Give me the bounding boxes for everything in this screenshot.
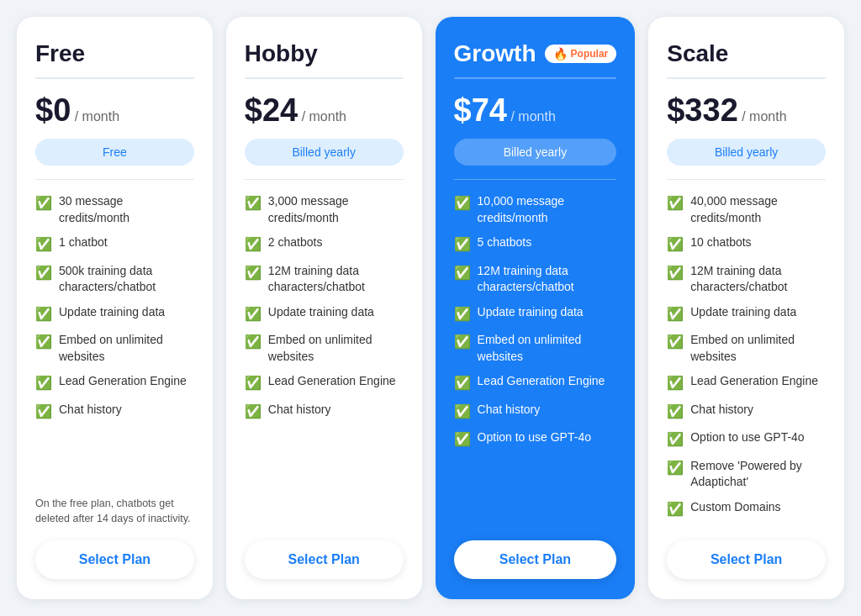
list-item: ✅Update training data xyxy=(454,304,617,324)
check-icon: ✅ xyxy=(245,374,261,392)
divider-mid-scale xyxy=(667,179,826,180)
select-plan-button-scale[interactable]: Select Plan xyxy=(667,540,826,579)
check-icon: ✅ xyxy=(454,333,471,351)
list-item: ✅Embed on unlimited websites xyxy=(245,332,404,365)
feature-text: 40,000 message credits/month xyxy=(690,193,826,226)
list-item: ✅Lead Generation Engine xyxy=(454,373,617,392)
select-plan-button-free[interactable]: Select Plan xyxy=(35,540,194,579)
feature-text: Chat history xyxy=(268,402,331,419)
feature-text: 10,000 message credits/month xyxy=(478,193,617,226)
features-list-free: ✅30 message credits/month✅1 chatbot✅500k… xyxy=(35,193,194,482)
list-item: ✅Lead Generation Engine xyxy=(667,373,826,392)
feature-text: Lead Generation Engine xyxy=(59,373,187,390)
check-icon: ✅ xyxy=(35,305,52,324)
list-item: ✅3,000 message credits/month xyxy=(245,193,404,226)
billing-badge-growth: Billed yearly xyxy=(454,139,617,166)
price-amount-free: $0 xyxy=(35,92,71,128)
pricing-grid: Free$0 / monthFree✅30 message credits/mo… xyxy=(17,17,844,599)
list-item: ✅1 chatbot xyxy=(35,234,194,254)
list-item: ✅Lead Generation Engine xyxy=(35,373,194,392)
feature-text: Update training data xyxy=(690,304,796,321)
price-period-free: / month xyxy=(71,109,119,124)
check-icon: ✅ xyxy=(667,459,684,477)
price-amount-scale: $332 xyxy=(667,92,738,128)
billing-badge-hobby: Billed yearly xyxy=(245,139,404,166)
feature-text: Lead Generation Engine xyxy=(478,373,605,390)
list-item: ✅Embed on unlimited websites xyxy=(35,332,194,365)
feature-text: Embed on unlimited websites xyxy=(59,332,194,365)
plan-name-growth: Growth🔥Popular xyxy=(454,40,617,67)
feature-text: 12M training data characters/chatbot xyxy=(268,263,404,296)
list-item: ✅Update training data xyxy=(667,304,826,324)
plan-card-free: Free$0 / monthFree✅30 message credits/mo… xyxy=(17,17,213,599)
price-period-hobby: / month xyxy=(298,109,346,124)
feature-text: Embed on unlimited websites xyxy=(268,332,404,365)
feature-text: Chat history xyxy=(478,402,541,419)
check-icon: ✅ xyxy=(35,194,52,213)
list-item: ✅Chat history xyxy=(454,402,617,421)
check-icon: ✅ xyxy=(454,305,471,324)
feature-text: 12M training data characters/chatbot xyxy=(478,263,617,296)
feature-text: Update training data xyxy=(59,304,165,321)
features-list-hobby: ✅3,000 message credits/month✅2 chatbots✅… xyxy=(245,193,404,527)
list-item: ✅2 chatbots xyxy=(245,234,404,254)
check-icon: ✅ xyxy=(454,374,471,392)
price-amount-hobby: $24 xyxy=(245,92,298,128)
divider-top-hobby xyxy=(245,77,404,79)
check-icon: ✅ xyxy=(454,194,471,213)
check-icon: ✅ xyxy=(667,264,684,282)
price-row-free: $0 / month xyxy=(35,92,194,129)
list-item: ✅Embed on unlimited websites xyxy=(454,332,617,365)
billing-badge-scale: Billed yearly xyxy=(667,139,826,166)
check-icon: ✅ xyxy=(667,430,684,449)
feature-text: Option to use GPT-4o xyxy=(478,429,591,446)
feature-text: Chat history xyxy=(690,402,753,419)
feature-text: 12M training data characters/chatbot xyxy=(690,263,826,296)
list-item: ✅40,000 message credits/month xyxy=(667,193,826,226)
list-item: ✅12M training data characters/chatbot xyxy=(667,263,826,296)
check-icon: ✅ xyxy=(667,500,684,519)
select-plan-button-hobby[interactable]: Select Plan xyxy=(245,540,404,579)
check-icon: ✅ xyxy=(35,235,52,254)
check-icon: ✅ xyxy=(245,235,261,254)
plan-name-scale: Scale xyxy=(667,40,826,67)
price-row-hobby: $24 / month xyxy=(245,92,404,129)
feature-text: 5 chatbots xyxy=(478,234,532,251)
divider-top-free xyxy=(35,77,194,79)
list-item: ✅Option to use GPT-4o xyxy=(454,429,617,449)
list-item: ✅Embed on unlimited websites xyxy=(667,332,826,365)
check-icon: ✅ xyxy=(35,264,52,282)
list-item: ✅Update training data xyxy=(35,304,194,324)
list-item: ✅Update training data xyxy=(245,304,404,324)
list-item: ✅Option to use GPT-4o xyxy=(667,429,826,449)
price-row-growth: $74 / month xyxy=(454,92,617,129)
feature-text: 1 chatbot xyxy=(59,234,108,251)
plan-card-growth: Growth🔥Popular$74 / monthBilled yearly✅1… xyxy=(436,17,636,599)
check-icon: ✅ xyxy=(245,194,261,213)
plan-note-free: On the free plan, chatbots get deleted a… xyxy=(35,496,194,528)
check-icon: ✅ xyxy=(454,235,471,254)
feature-text: Chat history xyxy=(59,402,122,419)
divider-top-growth xyxy=(454,77,617,79)
list-item: ✅500k training data characters/chatbot xyxy=(35,263,194,296)
check-icon: ✅ xyxy=(245,333,261,351)
features-list-scale: ✅40,000 message credits/month✅10 chatbot… xyxy=(667,193,826,527)
feature-text: Update training data xyxy=(268,304,374,321)
price-period-growth: / month xyxy=(507,109,556,124)
features-list-growth: ✅10,000 message credits/month✅5 chatbots… xyxy=(454,193,617,527)
check-icon: ✅ xyxy=(454,264,471,282)
check-icon: ✅ xyxy=(667,403,684,421)
fire-icon: 🔥 xyxy=(553,47,568,61)
check-icon: ✅ xyxy=(454,430,471,449)
feature-text: Remove 'Powered by Adaptichat' xyxy=(690,458,826,491)
list-item: ✅12M training data characters/chatbot xyxy=(245,263,404,296)
price-period-scale: / month xyxy=(738,109,787,124)
check-icon: ✅ xyxy=(667,374,684,392)
check-icon: ✅ xyxy=(35,333,52,351)
feature-text: 10 chatbots xyxy=(690,234,751,251)
list-item: ✅Chat history xyxy=(245,402,404,421)
feature-text: Update training data xyxy=(478,304,584,321)
select-plan-button-growth[interactable]: Select Plan xyxy=(454,540,617,579)
feature-text: 30 message credits/month xyxy=(59,193,194,226)
plan-card-hobby: Hobby$24 / monthBilled yearly✅3,000 mess… xyxy=(226,17,422,599)
